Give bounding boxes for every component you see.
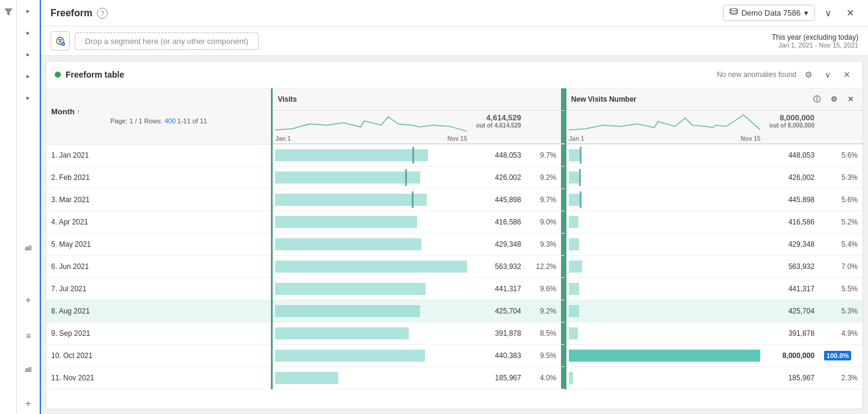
new-visits-value-cell: 448,053 <box>763 144 819 167</box>
new-visits-pct-cell: 5.3% <box>819 300 863 323</box>
new-visits-info-icon[interactable]: ⓘ <box>810 92 824 107</box>
new-visits-settings-icon[interactable]: ⚙ <box>826 92 841 107</box>
page-count-link[interactable]: 400 <box>164 117 175 125</box>
new-visits-value-cell: 416,586 <box>763 211 819 233</box>
anomalies-text: No new anomalies found <box>717 70 796 79</box>
table-wrapper: Month ↑ Page: 1 / 1 Rows: 400 1-11 of 11 <box>46 88 863 409</box>
visits-pct-cell: 9.5% <box>526 345 562 367</box>
divider-col-header <box>561 88 565 111</box>
top-bar: Freeform ? Demo Data 7586 ▾ ∨ ✕ <box>41 0 868 26</box>
sidebar-lines[interactable]: ≡ <box>26 331 31 341</box>
divider-cell <box>561 323 565 345</box>
divider-cell <box>561 167 565 189</box>
sidebar-chevron-3[interactable]: ▸ <box>22 48 34 60</box>
new-visits-value-cell: 563,932 <box>763 256 819 278</box>
visits-total-sub: out of 4,614,529 <box>474 122 521 129</box>
new-visits-pct-cell: 4.9% <box>819 323 863 345</box>
new-visits-value-cell: 185,967 <box>763 367 819 389</box>
sidebar-chevron-5[interactable]: ▸ <box>22 91 34 104</box>
visits-pct-cell: 4.0% <box>526 367 562 389</box>
sidebar-chevron-1[interactable]: ▸ <box>22 5 34 17</box>
page-info: Page: 1 / 1 Rows: 400 1-11 of 11 <box>51 117 266 125</box>
sidebar-add-2[interactable]: + <box>25 398 31 409</box>
new-visits-icons: ⓘ ⚙ ✕ <box>810 92 858 107</box>
panel-title: Freeform table <box>66 70 124 79</box>
collapse-button[interactable]: ∨ <box>820 5 837 22</box>
new-visits-value-cell: 445,898 <box>763 189 819 211</box>
table-row: 7. Jul 2021 441,3179.6% 441,3175.5% <box>46 278 863 300</box>
visits-total-value: 4,614,529 <box>474 113 521 122</box>
divider-cell <box>561 211 565 233</box>
visits-total-pct-header <box>526 111 562 144</box>
settings-icon[interactable]: ⚙ <box>801 67 816 82</box>
visits-value-cell: 445,898 <box>470 189 526 211</box>
new-visits-value-cell: 425,704 <box>763 300 819 323</box>
month-header: Month ↑ Page: 1 / 1 Rows: 400 1-11 of 11 <box>46 88 272 144</box>
new-visits-close-icon[interactable]: ✕ <box>843 92 858 107</box>
sidebar-chevron-4[interactable]: ▸ <box>22 70 34 82</box>
panel-header: Freeform table No new anomalies found ⚙ … <box>46 61 863 88</box>
sidebar-all-2[interactable]: all <box>25 366 31 373</box>
month-cell: 1. Jan 2021 <box>46 144 272 167</box>
divider-cell <box>561 367 565 389</box>
new-visits-pct-cell: 5.6% <box>819 144 863 167</box>
new-visits-bar-cell <box>565 345 763 367</box>
new-visits-bar-cell <box>565 233 763 256</box>
new-visits-bar-cell <box>565 167 763 189</box>
visits-pct-cell: 9.2% <box>526 300 562 323</box>
segment-drop-zone[interactable]: Drop a segment here (or any other compon… <box>75 32 259 50</box>
visits-value-cell: 448,053 <box>470 144 526 167</box>
month-cell: 4. Apr 2021 <box>46 211 272 233</box>
new-visits-pct-cell: 5.2% <box>819 211 863 233</box>
visits-bar-cell <box>272 300 470 323</box>
datasource-button[interactable]: Demo Data 7586 ▾ <box>723 5 815 21</box>
new-visits-bar-cell <box>565 367 763 389</box>
divider-cell <box>561 300 565 323</box>
new-visits-pct-cell: 5.3% <box>819 167 863 189</box>
table-row: 10. Oct 2021 440,3839.5% 8,000,000100.0% <box>46 345 863 367</box>
top-bar-left: Freeform ? <box>51 8 108 19</box>
help-icon[interactable]: ? <box>97 8 108 19</box>
collapse-panel-icon[interactable]: ∨ <box>820 67 835 82</box>
sort-icon[interactable]: ↑ <box>77 108 80 115</box>
table-row: 11. Nov 2021 185,9674.0% 185,9672.3% <box>46 367 863 389</box>
visits-pct-cell: 9.6% <box>526 278 562 300</box>
sidebar-all-1[interactable]: all <box>25 244 31 252</box>
filter-sidebar <box>0 0 17 414</box>
close-button[interactable]: ✕ <box>842 5 858 22</box>
visits-total-header: 4,614,529 out of 4,614,529 <box>470 111 526 144</box>
visits-bar-cell <box>272 144 470 167</box>
new-visits-pct-cell: 5.6% <box>819 189 863 211</box>
sparkline-new-nov: Nov 15 <box>741 135 761 142</box>
month-cell: 11. Nov 2021 <box>46 367 272 389</box>
table-row: 2. Feb 2021 426,0029.2% 426,0025.3% <box>46 167 863 189</box>
filter-icon[interactable] <box>2 6 14 18</box>
page-title: Freeform <box>51 8 92 19</box>
month-cell: 5. May 2021 <box>46 233 272 256</box>
new-visits-pct-cell: 2.3% <box>819 367 863 389</box>
table-row: 9. Sep 2021 391,8788.5% 391,8784.9% <box>46 323 863 345</box>
new-visits-value-cell: 441,317 <box>763 278 819 300</box>
filter-bar: Drop a segment here (or any other compon… <box>41 26 868 56</box>
visits-value-cell: 416,586 <box>470 211 526 233</box>
new-visits-total-pct-header <box>819 111 863 144</box>
freeform-table: Month ↑ Page: 1 / 1 Rows: 400 1-11 of 11 <box>46 88 863 389</box>
table-body: 1. Jan 2021 448,0539.7% 448,0535.6%2. Fe… <box>46 144 863 389</box>
visits-pct-cell: 9.7% <box>526 189 562 211</box>
panel-header-right: No new anomalies found ⚙ ∨ ✕ <box>717 67 854 82</box>
segment-filter-button[interactable] <box>51 31 70 51</box>
visits-bar-cell <box>272 256 470 278</box>
visits-pct-cell: 8.5% <box>526 323 562 345</box>
visits-bar-cell <box>272 211 470 233</box>
table-row: 1. Jan 2021 448,0539.7% 448,0535.6% <box>46 144 863 167</box>
new-visits-total-sub: out of 8,000,000 <box>767 122 814 129</box>
sidebar-chevron-2[interactable]: ▸ <box>22 26 34 39</box>
panel-header-left: Freeform table <box>55 70 124 79</box>
divider-summary <box>561 111 565 144</box>
freeform-panel: Freeform table No new anomalies found ⚙ … <box>46 61 863 409</box>
close-panel-icon[interactable]: ✕ <box>840 67 854 82</box>
sidebar-add[interactable]: + <box>25 295 31 306</box>
visits-pct-cell: 12.2% <box>526 256 562 278</box>
visits-col-label: Visits <box>277 95 297 104</box>
visits-bar-cell <box>272 233 470 256</box>
